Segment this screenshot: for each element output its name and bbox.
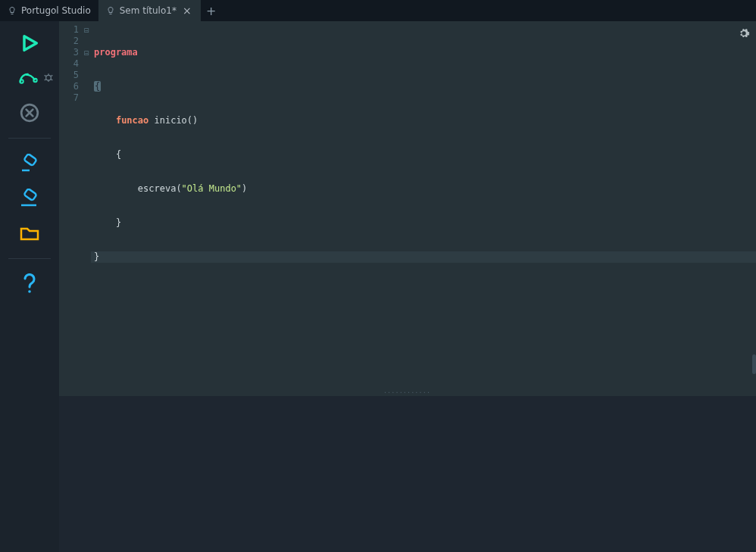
code-line: } (91, 251, 756, 263)
svg-rect-4 (23, 154, 36, 166)
code-line: { (91, 81, 756, 92)
fold-gutter: ⊟ ⊟ (82, 21, 91, 396)
code-editor[interactable]: 1 2 3 4 5 6 7 ⊟ ⊟ programa { funcao inic… (59, 21, 756, 396)
toolbar-separator (8, 258, 51, 259)
line-number: 6 (59, 81, 82, 92)
svg-point-0 (20, 80, 23, 83)
code-line: programa (91, 47, 756, 58)
editor-settings-button[interactable] (738, 27, 750, 39)
line-number: 3 (59, 47, 82, 58)
lightbulb-icon (106, 6, 115, 15)
run-button[interactable] (13, 29, 46, 58)
tab-bar: Portugol Studio Sem título1* × + (0, 0, 756, 21)
svg-point-2 (46, 75, 52, 80)
code-line: } (91, 217, 756, 229)
eraser-button[interactable] (13, 149, 46, 178)
tab-file-label: Sem título1* (120, 5, 177, 16)
folder-button[interactable] (13, 219, 46, 248)
tab-close-button[interactable]: × (181, 5, 193, 16)
line-number: 1 (59, 24, 82, 36)
lightbulb-icon (8, 6, 17, 15)
line-number: 4 (59, 58, 82, 70)
toolbar-separator (8, 138, 51, 139)
stop-button[interactable] (13, 98, 46, 127)
fold-spacer (82, 70, 91, 81)
tab-add-button[interactable]: + (201, 0, 222, 21)
svg-rect-5 (23, 189, 36, 201)
line-number: 2 (59, 36, 82, 47)
line-number: 7 (59, 92, 82, 104)
editor-scrollbar[interactable] (752, 21, 756, 396)
fold-spacer (82, 92, 91, 104)
fold-spacer (82, 58, 91, 70)
code-line: funcao inicio() (91, 115, 756, 126)
line-number: 5 (59, 70, 82, 81)
tab-file[interactable]: Sem título1* × (98, 0, 201, 21)
fold-toggle[interactable]: ⊟ (82, 24, 91, 36)
fold-spacer (82, 81, 91, 92)
svg-point-6 (28, 290, 31, 293)
fold-spacer (82, 36, 91, 47)
tab-home[interactable]: Portugol Studio (0, 0, 98, 21)
tab-home-label: Portugol Studio (21, 5, 91, 16)
bug-toggle-button[interactable] (41, 70, 56, 85)
panel-splitter[interactable]: ............ (384, 386, 431, 395)
plus-icon: + (206, 4, 216, 18)
fold-toggle[interactable]: ⊟ (82, 47, 91, 58)
line-gutter: 1 2 3 4 5 6 7 (59, 21, 82, 396)
help-button[interactable] (13, 270, 46, 298)
scrollbar-thumb[interactable] (752, 354, 756, 374)
code-line: escreva("Olá Mundo") (91, 183, 756, 195)
eraser-line-button[interactable] (13, 184, 46, 213)
toolbar (0, 21, 59, 552)
code-line: { (91, 149, 756, 161)
code-content[interactable]: programa { funcao inicio() { escreva("Ol… (91, 21, 756, 396)
